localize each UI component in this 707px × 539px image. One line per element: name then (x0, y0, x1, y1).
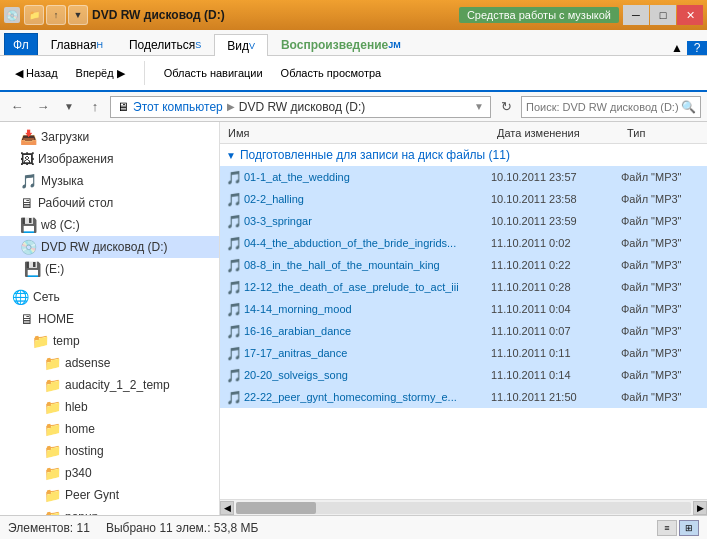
file-row[interactable]: 🎵 22-22_peer_gynt_homecoming_stormy_e...… (220, 386, 707, 408)
adsense-folder-icon: 📁 (44, 355, 61, 371)
sidebar-item-dvd[interactable]: 💿 DVD RW дисковод (D:) (0, 236, 219, 258)
ribbon-toggle-btn[interactable]: ▲ (667, 41, 687, 55)
status-selected: Выбрано 11 элем.: 53,8 МБ (106, 521, 259, 535)
file-name-3: 03-3_springar (244, 215, 491, 227)
file-name-2: 02-2_halling (244, 193, 491, 205)
file-name-4: 04-4_the_abduction_of_the_bride_ingrids.… (244, 237, 491, 249)
file-type-8: Файл "MP3" (621, 325, 701, 337)
col-header-type[interactable]: Тип (623, 125, 703, 141)
refresh-button[interactable]: ↻ (495, 96, 517, 118)
sidebar-item-hleb[interactable]: 📁 hleb (0, 396, 219, 418)
mp3-file-icon-7: 🎵 (226, 302, 244, 317)
file-name-10: 20-20_solveigs_song (244, 369, 491, 381)
col-header-date[interactable]: Дата изменения (493, 125, 623, 141)
ribbon-section-panes: Область навигации Область просмотра (157, 64, 389, 82)
quick-access-btn-2[interactable]: ↑ (46, 5, 66, 25)
quick-access-toolbar: 📁 ↑ ▼ (24, 5, 88, 25)
mp3-file-icon-3: 🎵 (226, 214, 244, 229)
sidebar-item-c[interactable]: 💾 w8 (C:) (0, 214, 219, 236)
quick-access-dropdown[interactable]: ▼ (68, 5, 88, 25)
details-view-btn[interactable]: ≡ (657, 520, 677, 536)
group-arrow-icon: ▼ (226, 150, 236, 161)
ribbon-sep-1 (144, 61, 145, 85)
help-btn[interactable]: ? (687, 41, 707, 55)
file-row[interactable]: 🎵 04-4_the_abduction_of_the_bride_ingrid… (220, 232, 707, 254)
sidebar-item-adsense[interactable]: 📁 adsense (0, 352, 219, 374)
mp3-file-icon-1: 🎵 (226, 170, 244, 185)
file-name-9: 17-17_anitras_dance (244, 347, 491, 359)
search-icon[interactable]: 🔍 (681, 100, 696, 114)
close-button[interactable]: ✕ (677, 5, 703, 25)
sidebar-item-p340[interactable]: 📁 p340 (0, 462, 219, 484)
mp3-file-icon-5: 🎵 (226, 258, 244, 273)
ribbon-back-btn[interactable]: ◀ Назад (8, 64, 65, 83)
mp3-file-icon-10: 🎵 (226, 368, 244, 383)
file-group-header: ▼ Подготовленные для записи на диск файл… (220, 144, 707, 166)
mp3-file-icon-2: 🎵 (226, 192, 244, 207)
file-row[interactable]: 🎵 03-3_springar 10.10.2011 23:59 Файл "M… (220, 210, 707, 232)
file-row[interactable]: 🎵 02-2_halling 10.10.2011 23:58 Файл "MP… (220, 188, 707, 210)
tab-file[interactable]: Фл (4, 33, 38, 55)
ribbon-content: ◀ Назад Вперёд ▶ Область навигации Облас… (0, 56, 707, 92)
search-input[interactable] (526, 101, 681, 113)
sidebar-item-home-folder[interactable]: 📁 home (0, 418, 219, 440)
hscroll-thumb[interactable] (236, 502, 316, 514)
sidebar-item-e[interactable]: 💾 (E:) (0, 258, 219, 280)
file-name-8: 16-16_arabian_dance (244, 325, 491, 337)
file-date-8: 11.10.2011 0:07 (491, 325, 621, 337)
drive-path-item[interactable]: DVD RW дисковод (D:) (239, 100, 366, 114)
p340-folder-icon: 📁 (44, 465, 61, 481)
back-button[interactable]: ← (6, 96, 28, 118)
status-elements: Элементов: 11 (8, 521, 90, 535)
file-row[interactable]: 🎵 01-1_at_the_wedding 10.10.2011 23:57 Ф… (220, 166, 707, 188)
tab-playback[interactable]: Воспроизведение JM (268, 33, 414, 55)
sidebar-item-temp[interactable]: 📁 temp (0, 330, 219, 352)
minimize-button[interactable]: ─ (623, 5, 649, 25)
hleb-folder-icon: 📁 (44, 399, 61, 415)
tab-share[interactable]: Поделиться S (116, 33, 214, 55)
computer-path-item[interactable]: Этот компьютер (133, 100, 223, 114)
tab-home[interactable]: Главная H (38, 33, 116, 55)
sidebar-item-peer-gynt[interactable]: 📁 Peer Gynt (0, 484, 219, 506)
sidebar-item-audacity[interactable]: 📁 audacity_1_2_temp (0, 374, 219, 396)
sidebar-item-downloads[interactable]: 📥 Загрузки (0, 126, 219, 148)
sidebar-item-popup[interactable]: 📁 popup (0, 506, 219, 515)
sidebar-item-music[interactable]: 🎵 Музыка (0, 170, 219, 192)
file-date-4: 11.10.2011 0:02 (491, 237, 621, 249)
file-type-6: Файл "MP3" (621, 281, 701, 293)
sidebar-item-desktop[interactable]: 🖥 Рабочий стол (0, 192, 219, 214)
maximize-button[interactable]: □ (650, 5, 676, 25)
address-dropdown-btn[interactable]: ▼ (474, 101, 484, 112)
file-row[interactable]: 🎵 20-20_solveigs_song 11.10.2011 0:14 Фа… (220, 364, 707, 386)
search-box[interactable]: 🔍 (521, 96, 701, 118)
up-button[interactable]: ↑ (84, 96, 106, 118)
ribbon-preview-btn[interactable]: Область просмотра (274, 64, 389, 82)
sidebar-item-images[interactable]: 🖼 Изображения (0, 148, 219, 170)
hscroll-left-btn[interactable]: ◀ (220, 501, 234, 515)
address-path[interactable]: 🖥 Этот компьютер ▶ DVD RW дисковод (D:) … (110, 96, 491, 118)
file-row[interactable]: 🎵 14-14_morning_mood 11.10.2011 0:04 Фай… (220, 298, 707, 320)
horizontal-scrollbar[interactable]: ◀ ▶ (220, 499, 707, 515)
sidebar-item-home-pc[interactable]: 🖥 HOME (0, 308, 219, 330)
ribbon-forward-btn[interactable]: Вперёд ▶ (69, 64, 132, 83)
file-row[interactable]: 🎵 17-17_anitras_dance 11.10.2011 0:11 Фа… (220, 342, 707, 364)
col-header-name[interactable]: Имя (224, 125, 493, 141)
sidebar-item-network[interactable]: 🌐 Сеть (0, 286, 219, 308)
file-row[interactable]: 🎵 12-12_the_death_of_ase_prelude_to_act_… (220, 276, 707, 298)
file-row[interactable]: 🎵 16-16_arabian_dance 11.10.2011 0:07 Фа… (220, 320, 707, 342)
ribbon-nav-pane-btn[interactable]: Область навигации (157, 64, 270, 82)
tab-view[interactable]: Вид V (214, 34, 268, 56)
quick-access-btn-1[interactable]: 📁 (24, 5, 44, 25)
file-date-3: 10.10.2011 23:59 (491, 215, 621, 227)
home-folder-icon: 📁 (44, 421, 61, 437)
hscroll-right-btn[interactable]: ▶ (693, 501, 707, 515)
file-type-10: Файл "MP3" (621, 369, 701, 381)
sidebar-item-hosting[interactable]: 📁 hosting (0, 440, 219, 462)
forward-button[interactable]: → (32, 96, 54, 118)
hscroll-track[interactable] (236, 502, 691, 514)
file-row[interactable]: 🎵 08-8_in_the_hall_of_the_mountain_king … (220, 254, 707, 276)
list-view-btn[interactable]: ⊞ (679, 520, 699, 536)
file-list: ▼ Подготовленные для записи на диск файл… (220, 144, 707, 499)
recent-locations-btn[interactable]: ▼ (58, 96, 80, 118)
file-type-2: Файл "MP3" (621, 193, 701, 205)
